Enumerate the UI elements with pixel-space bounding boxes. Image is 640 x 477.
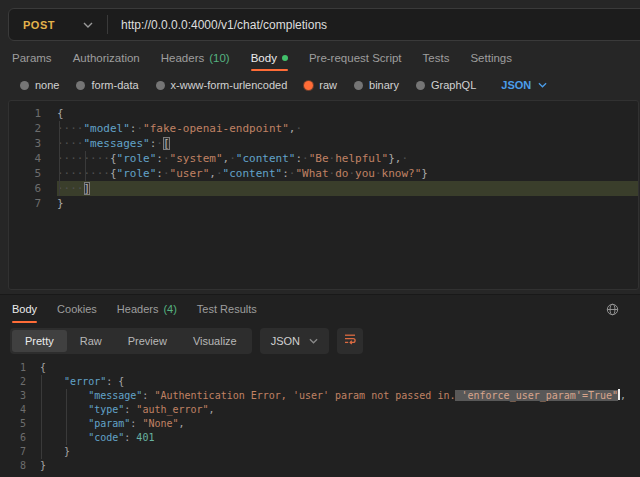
line-number: 7 (9, 196, 57, 211)
code-text: ····"messages":·[ (57, 136, 638, 151)
code-line[interactable]: 5········{"role":·"user",·"content":·"Wh… (9, 166, 638, 181)
code-text: "code": 401 (40, 431, 640, 445)
code-line[interactable]: 4 "type": "auth_error", (0, 403, 640, 417)
indent-guide (59, 121, 60, 196)
line-number: 2 (0, 375, 40, 389)
body-type-form-data[interactable]: form-data (76, 79, 138, 91)
code-line[interactable]: 1{ (9, 106, 638, 121)
globe-icon[interactable] (606, 303, 619, 316)
response-language-select[interactable]: JSON (260, 328, 329, 354)
view-visualize[interactable]: Visualize (180, 330, 250, 352)
wrap-lines-button[interactable] (337, 328, 363, 354)
code-line[interactable]: 7} (9, 196, 638, 211)
tab-label: Body (251, 52, 277, 64)
response-tab-test-results[interactable]: Test Results (197, 295, 257, 323)
view-raw[interactable]: Raw (67, 330, 115, 352)
line-number: 8 (0, 459, 40, 473)
code-text: "param": "None", (40, 417, 640, 431)
method-selector[interactable]: POST (9, 19, 107, 31)
radio-icon (76, 81, 85, 90)
code-text: ········{"role":·"system",·"content":·"B… (57, 151, 638, 166)
request-url-bar: POST http://0.0.0.0:4000/v1/chat/complet… (8, 8, 640, 41)
line-number: 3 (0, 389, 40, 403)
tab-label: Pre-request Script (309, 52, 402, 64)
tab-label: Authorization (73, 52, 140, 64)
code-line[interactable]: 1{ (0, 361, 640, 375)
tab-settings[interactable]: Settings (470, 45, 512, 71)
body-type-raw[interactable]: raw (304, 79, 337, 91)
line-number: 3 (9, 136, 57, 151)
body-type-row: none form-data x-www-form-urlencoded raw… (20, 72, 547, 98)
code-line[interactable]: 2 "error": { (0, 375, 640, 389)
tab-tests[interactable]: Tests (423, 45, 450, 71)
response-tab-body[interactable]: Body (12, 295, 37, 323)
code-text: ····"model":·"fake-openai-endpoint",· (57, 121, 638, 136)
body-type-x-www-form-urlencoded[interactable]: x-www-form-urlencoded (156, 79, 288, 91)
radio-icon (156, 81, 165, 90)
response-tab-cookies[interactable]: Cookies (57, 295, 97, 323)
code-line[interactable]: 3····"messages":·[ (9, 136, 638, 151)
request-language-select[interactable]: JSON (501, 79, 547, 91)
tab-label: Settings (470, 52, 512, 64)
url-input[interactable]: http://0.0.0.0:4000/v1/chat/completions (108, 18, 327, 32)
tab-label: Body (12, 303, 37, 315)
code-line[interactable]: 4········{"role":·"system",·"content":·"… (9, 151, 638, 166)
line-number: 4 (9, 151, 57, 166)
tab-authorization[interactable]: Authorization (73, 45, 140, 71)
chevron-down-icon (309, 338, 318, 344)
line-number: 6 (9, 181, 57, 196)
tab-label: Cookies (57, 303, 97, 315)
language-label: JSON (271, 335, 300, 347)
radio-selected-icon (304, 81, 313, 90)
response-tab-headers[interactable]: Headers (4) (117, 295, 177, 323)
radio-label: none (35, 79, 59, 91)
response-panel: Body Cookies Headers (4) Test Results Pr… (0, 294, 640, 477)
tab-label: Headers (117, 303, 159, 315)
code-text: } (57, 196, 638, 211)
radio-label: GraphQL (431, 79, 476, 91)
tab-params[interactable]: Params (12, 45, 52, 71)
view-pretty[interactable]: Pretty (12, 330, 67, 352)
line-number: 5 (0, 417, 40, 431)
response-toolbar: Pretty Raw Preview Visualize JSON (10, 328, 363, 354)
request-body-editor[interactable]: 1{2····"model":·"fake-openai-endpoint",·… (8, 100, 639, 290)
radio-label: raw (319, 79, 337, 91)
tab-body[interactable]: Body (251, 45, 288, 71)
chevron-down-icon (538, 82, 547, 88)
headers-count-badge: (10) (209, 52, 229, 64)
radio-icon (416, 81, 425, 90)
line-number: 5 (9, 166, 57, 181)
indent-guide (41, 375, 42, 459)
wrap-lines-icon (343, 332, 357, 350)
code-text: ····] (57, 181, 638, 196)
body-type-graphql[interactable]: GraphQL (416, 79, 476, 91)
tab-pre-request-script[interactable]: Pre-request Script (309, 45, 402, 71)
code-line[interactable]: 3 "message": "Authentication Error, 'use… (0, 389, 640, 403)
code-line[interactable]: 8} (0, 459, 640, 473)
indent-guide (66, 389, 67, 445)
view-preview[interactable]: Preview (115, 330, 180, 352)
body-type-binary[interactable]: binary (354, 79, 399, 91)
tab-label: Test Results (197, 303, 257, 315)
code-line[interactable]: 5 "param": "None", (0, 417, 640, 431)
indent-guide (85, 151, 86, 181)
response-body-editor[interactable]: 1{2 "error": {3 "message": "Authenticati… (0, 357, 640, 477)
unsaved-changes-dot-icon (282, 55, 288, 61)
tab-headers[interactable]: Headers (10) (161, 45, 230, 71)
radio-label: binary (369, 79, 399, 91)
language-label: JSON (501, 79, 531, 91)
tab-label: Params (12, 52, 52, 64)
request-tabs: Params Authorization Headers (10) Body P… (12, 45, 512, 71)
line-number: 1 (9, 106, 57, 121)
code-text: "error": { (40, 375, 640, 389)
headers-count-badge: (4) (163, 303, 176, 315)
radio-icon (354, 81, 363, 90)
line-number: 2 (9, 121, 57, 136)
code-line[interactable]: 2····"model":·"fake-openai-endpoint",· (9, 121, 638, 136)
line-number: 7 (0, 445, 40, 459)
response-tabs: Body Cookies Headers (4) Test Results (12, 295, 257, 323)
body-type-none[interactable]: none (20, 79, 59, 91)
code-line[interactable]: 6····] (9, 181, 638, 196)
code-line[interactable]: 7 } (0, 445, 640, 459)
code-line[interactable]: 6 "code": 401 (0, 431, 640, 445)
